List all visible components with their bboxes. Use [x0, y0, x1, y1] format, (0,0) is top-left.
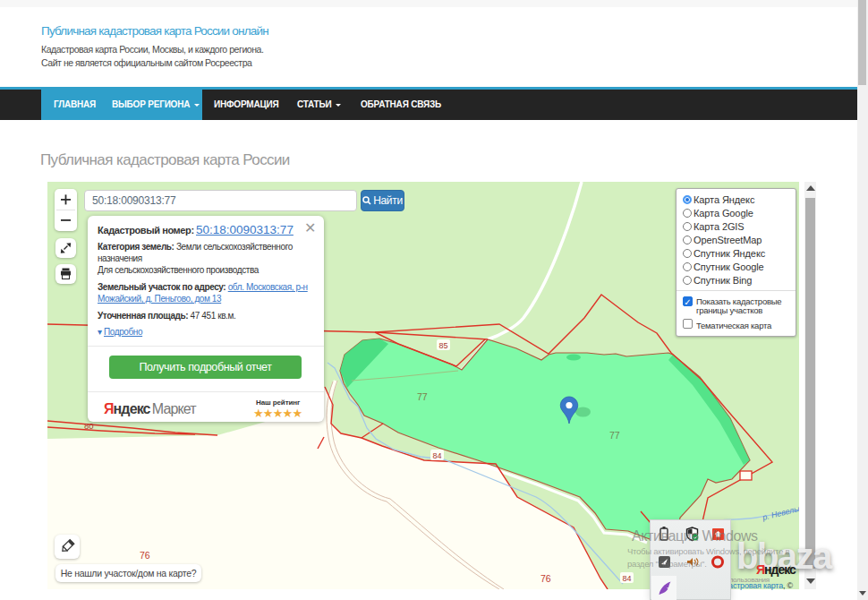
svg-text:76: 76	[140, 550, 150, 561]
svg-text:77: 77	[609, 430, 620, 441]
svg-text:84: 84	[433, 451, 442, 460]
svg-text:76: 76	[540, 573, 551, 584]
svg-text:80: 80	[84, 421, 94, 431]
svg-text:85: 85	[439, 341, 448, 350]
svg-text:77: 77	[417, 391, 428, 402]
svg-text:84: 84	[623, 574, 632, 583]
